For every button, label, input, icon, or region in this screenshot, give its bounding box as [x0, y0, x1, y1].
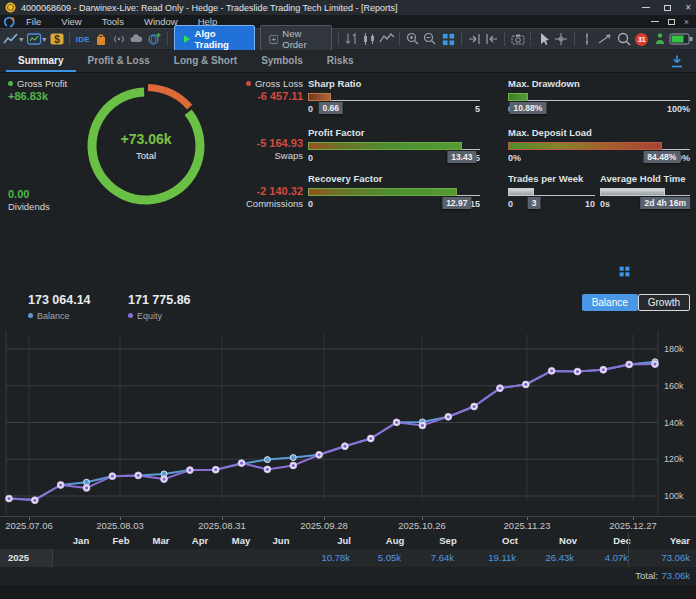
shift-end-left-icon[interactable]	[484, 30, 501, 48]
connection-status-icon	[669, 30, 693, 48]
cursor-icon[interactable]	[535, 30, 552, 48]
month-label: Oct	[502, 533, 518, 549]
year-column-divider	[628, 533, 629, 567]
toolbar: ▼ ▼ $ IDE Algo Trading New Order 31	[0, 28, 696, 50]
balance-dot-icon	[28, 313, 33, 318]
gauge-value-badge: 3	[528, 197, 541, 209]
app-window: { "window": { "title": "4000068609 - Dar…	[0, 0, 696, 599]
gross-profit-value: +86.83k	[8, 90, 48, 102]
gauge-fill	[508, 188, 534, 196]
profit-donut-chart[interactable]: +73.06k Total	[81, 81, 211, 211]
y-axis-tick-label: 160k	[664, 381, 684, 391]
balance-value: 173 064.14	[28, 293, 91, 307]
gauge-max-deposit-load: Max. Deposit Load0%100%84.48%	[508, 127, 690, 163]
summary-section: Gross Profit +86.83k +73.06k Total 0.00 …	[0, 75, 696, 217]
x-axis-date-label: 2025.08.03	[96, 520, 144, 531]
month-value: 26.43k	[545, 549, 574, 567]
search-icon[interactable]	[616, 30, 633, 48]
gauge-title: Profit Factor	[308, 127, 480, 138]
menu-file[interactable]: File	[16, 16, 51, 27]
bottom-band	[0, 585, 696, 599]
new-order-button[interactable]: New Order	[260, 25, 332, 53]
month-value: 19.11k	[488, 549, 516, 567]
gauge-bar	[308, 142, 480, 150]
zoom-out-icon[interactable]	[422, 30, 439, 48]
account-level-icon[interactable]	[651, 30, 668, 48]
tab-risks[interactable]: Risks	[315, 50, 366, 72]
gauge-title: Recovery Factor	[308, 173, 480, 184]
line-chart-icon[interactable]	[378, 30, 395, 48]
signal-icon[interactable]	[110, 30, 127, 48]
new-order-icon	[269, 34, 279, 45]
month-value: 73.06k	[661, 549, 690, 567]
gauge-min-label: 0	[308, 199, 313, 209]
x-axis-date-label: 2025.11.23	[504, 520, 551, 531]
dividends-value: 0.00	[8, 188, 29, 200]
restore-icon[interactable]	[664, 5, 671, 11]
menu-tools[interactable]: Tools	[92, 16, 134, 27]
gauge-bar	[508, 93, 690, 101]
chart-type-icon[interactable]	[3, 30, 20, 48]
trendline-icon[interactable]	[597, 30, 614, 48]
gauge-max-label: 100%	[667, 104, 690, 114]
balance-point	[264, 457, 270, 463]
svg-text:$: $	[54, 34, 60, 45]
gauge-average-hold-time: Average Hold Time0s3d2d 4h 16m	[600, 173, 690, 209]
close-icon[interactable]: ×	[685, 2, 691, 13]
download-icon[interactable]	[670, 54, 684, 68]
mt5-logo-icon	[4, 16, 16, 28]
gauge-fill	[600, 188, 665, 196]
month-label: Feb	[113, 533, 130, 549]
profit-zone: Gross Profit +86.83k +73.06k Total 0.00 …	[0, 75, 225, 217]
gauge-bar	[308, 188, 480, 196]
community-icon[interactable]	[146, 30, 163, 48]
chart-grid-icon[interactable]	[618, 265, 631, 278]
dollar-icon[interactable]: $	[49, 30, 66, 48]
year-row-2025[interactable]: 2025 10.78k5.05k7.64k19.11k26.43k4.07k73…	[0, 549, 696, 567]
gauge-profit-factor: Profit Factor01513.43	[308, 127, 480, 163]
table-divider	[52, 549, 53, 567]
balance-view-button[interactable]: Balance	[582, 294, 638, 311]
notifications-icon[interactable]: 31	[633, 30, 650, 48]
vertical-line-icon[interactable]	[579, 30, 596, 48]
month-label: Aug	[386, 533, 404, 549]
minimize-icon[interactable]	[642, 7, 650, 8]
mdi-restore-icon[interactable]	[668, 19, 675, 25]
market-watch-icon[interactable]	[26, 30, 43, 48]
year-row-header: 2025	[0, 549, 52, 567]
tab-summary[interactable]: Summary	[6, 50, 76, 72]
candles-icon[interactable]	[360, 30, 377, 48]
y-axis-tick-label: 100k	[664, 491, 684, 501]
market-bag-icon[interactable]	[92, 30, 109, 48]
tab-symbols[interactable]: Symbols	[249, 50, 315, 72]
gauge-trades-per-week: Trades per Week0103	[508, 173, 595, 209]
tab-profit-loss[interactable]: Profit & Loss	[76, 50, 162, 72]
report-tabs: Summary Profit & Loss Long & Short Symbo…	[0, 50, 696, 73]
gauge-fill	[308, 188, 457, 196]
tile-windows-icon[interactable]	[440, 30, 457, 48]
gauge-max-label: 15	[470, 199, 480, 209]
gauge-title: Sharp Ratio	[308, 78, 480, 89]
ide-icon[interactable]: IDE	[74, 30, 91, 48]
total-value: 73.06k	[661, 567, 690, 585]
title-bar: 4000068609 - Darwinex-Live: Read Only - …	[0, 0, 696, 15]
crosshair-icon[interactable]	[553, 30, 570, 48]
tab-long-short[interactable]: Long & Short	[162, 50, 249, 72]
algo-trading-button[interactable]: Algo Trading	[174, 25, 255, 53]
depth-of-market-icon[interactable]	[343, 30, 360, 48]
mdi-close-icon[interactable]: ×	[684, 17, 689, 27]
screenshot-icon[interactable]	[509, 30, 526, 48]
commissions-label: Commissions	[246, 198, 303, 209]
growth-view-button[interactable]: Growth	[638, 294, 690, 311]
shift-end-right-icon[interactable]	[466, 30, 483, 48]
menu-view[interactable]: View	[51, 16, 91, 27]
x-axis-date-label: 2025.07.06	[5, 520, 53, 531]
cloud-icon[interactable]	[128, 30, 145, 48]
mdi-minimize-icon[interactable]	[651, 21, 659, 22]
gauge-min-label: 0s	[600, 199, 610, 209]
zoom-in-icon[interactable]	[404, 30, 421, 48]
gauge-title: Max. Deposit Load	[508, 127, 690, 138]
balance-legend: Balance	[28, 311, 91, 321]
balance-equity-chart[interactable]: 180k160k140k120k100k	[0, 330, 696, 516]
play-icon	[183, 34, 191, 44]
